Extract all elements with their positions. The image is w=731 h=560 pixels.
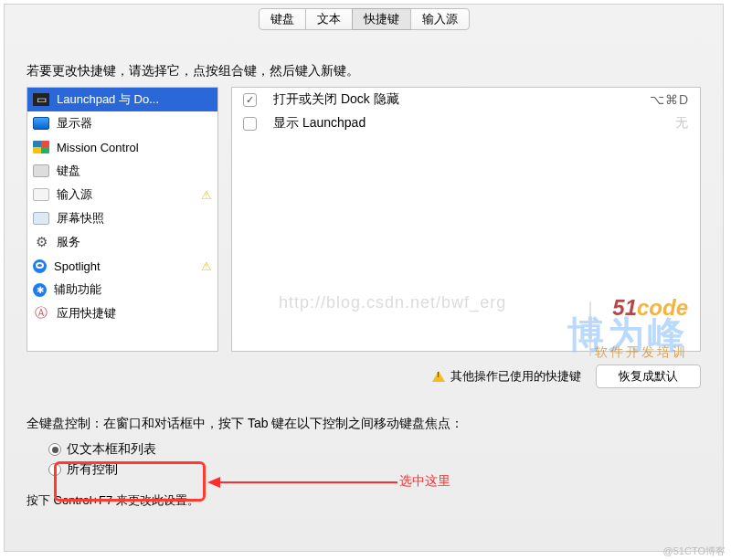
category-label: 键盘 <box>57 163 80 179</box>
category-mission-control[interactable]: Mission Control <box>27 135 217 159</box>
shortcut-keys[interactable]: 无 <box>675 115 689 132</box>
checkbox-toggle-dock[interactable] <box>243 93 257 107</box>
grid-icon <box>33 141 49 153</box>
category-accessibility[interactable]: ✱ 辅助功能 <box>27 278 217 301</box>
shortcut-label: 打开或关闭 Dock 隐藏 <box>273 91 399 108</box>
annotation-text: 选中这里 <box>399 473 450 490</box>
category-label: Mission Control <box>57 141 139 154</box>
restore-defaults-button[interactable]: 恢复成默认 <box>596 365 701 388</box>
spotlight-icon <box>33 259 47 273</box>
app-icon: Ⓐ <box>33 307 49 320</box>
tab-shortcuts[interactable]: 快捷键 <box>352 8 411 30</box>
shortcut-label: 显示 Launchpad <box>273 115 366 132</box>
preference-tabs: 键盘 文本 快捷键 输入源 <box>5 5 723 30</box>
category-label: Launchpad 与 Do... <box>57 91 159 108</box>
category-screenshot[interactable]: 屏幕快照 <box>27 206 217 230</box>
shortcut-row[interactable]: 显示 Launchpad 无 <box>232 111 700 135</box>
flag-icon <box>33 188 49 201</box>
keyboard-icon <box>33 164 49 177</box>
conflict-warning: 其他操作已使用的快捷键 <box>432 368 581 385</box>
tab-text[interactable]: 文本 <box>305 8 353 30</box>
category-label: 辅助功能 <box>54 281 101 298</box>
category-services[interactable]: ⚙ 服务 <box>27 230 217 254</box>
full-keyboard-control-heading: 全键盘控制：在窗口和对话框中，按下 Tab 键在以下控制之间移动键盘焦点： <box>26 416 701 432</box>
category-keyboard[interactable]: 键盘 <box>27 159 217 183</box>
radio-label: 所有控制 <box>67 461 118 478</box>
checkbox-show-launchpad[interactable] <box>243 117 257 131</box>
category-app-shortcuts[interactable]: Ⓐ 应用快捷键 <box>27 301 217 325</box>
warning-icon: ⚠︎ <box>201 188 212 202</box>
radio-icon <box>48 443 61 456</box>
shortcut-keys[interactable]: ⌥⌘D <box>650 92 689 107</box>
snapshot-icon <box>33 212 49 225</box>
image-credit: @51CTO博客 <box>663 544 726 558</box>
tab-keyboard[interactable]: 键盘 <box>259 8 306 30</box>
radio-icon <box>48 463 61 476</box>
category-display[interactable]: 显示器 <box>27 111 217 135</box>
dock-icon: ▭ <box>33 93 49 106</box>
conflict-warning-text: 其他操作已使用的快捷键 <box>450 368 581 385</box>
instruction-text: 若要更改快捷键，请选择它，点按组合键，然后键入新键。 <box>26 63 723 79</box>
shortcut-list[interactable]: 打开或关闭 Dock 隐藏 ⌥⌘D 显示 Launchpad 无 <box>231 87 701 352</box>
warning-icon <box>432 371 445 382</box>
radio-text-and-lists[interactable]: 仅文本框和列表 <box>48 439 701 460</box>
category-label: 显示器 <box>57 115 92 132</box>
gear-icon: ⚙ <box>33 236 49 248</box>
tab-input-sources[interactable]: 输入源 <box>410 8 470 30</box>
category-label: 屏幕快照 <box>57 210 104 227</box>
warning-icon: ⚠︎ <box>201 259 212 273</box>
radio-label: 仅文本框和列表 <box>67 441 156 458</box>
radio-all-controls[interactable]: 所有控制 <box>48 460 701 480</box>
category-list[interactable]: ▭ Launchpad 与 Do... 显示器 Mission Control … <box>26 87 218 352</box>
shortcut-row[interactable]: 打开或关闭 Dock 隐藏 ⌥⌘D <box>232 88 700 111</box>
category-label: 服务 <box>57 234 80 250</box>
category-spotlight[interactable]: Spotlight ⚠︎ <box>27 254 217 278</box>
category-input-sources[interactable]: 输入源 ⚠︎ <box>27 183 217 206</box>
category-launchpad-dock[interactable]: ▭ Launchpad 与 Do... <box>27 88 217 111</box>
display-icon <box>33 117 49 130</box>
accessibility-icon: ✱ <box>33 283 47 297</box>
category-label: 输入源 <box>57 186 92 203</box>
category-label: Spotlight <box>54 259 101 273</box>
category-label: 应用快捷键 <box>57 305 116 322</box>
footer-note: 按下 Control+F7 来更改此设置。 <box>26 492 701 509</box>
